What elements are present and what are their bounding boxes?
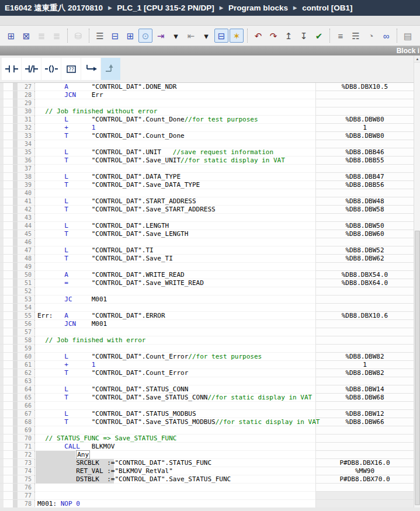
code-text[interactable]: JCN Err xyxy=(35,91,315,99)
code-text[interactable]: L "CONTROL_DAT".DATA_TYPE xyxy=(35,173,315,181)
code-text[interactable]: A "CONTROL_DAT".DONE_NDR xyxy=(35,83,315,91)
compile-icon[interactable]: ✔ xyxy=(312,29,326,43)
code-text[interactable]: L "CONTROL_DAT".STATUS_MODBUS xyxy=(35,410,315,418)
download-snapshot-icon[interactable]: ↧ xyxy=(297,29,311,43)
code-text[interactable]: M001: NOP 0 xyxy=(35,500,315,508)
breadcrumb-program-blocks[interactable]: Program blocks xyxy=(228,4,288,12)
breadcrumb-block[interactable]: control [OB1] xyxy=(302,4,352,12)
code-text[interactable]: SRCBLK :="CONTROL_DAT".STATUS_FUNC xyxy=(35,459,315,467)
code-text[interactable]: CALL BLKMOV xyxy=(35,443,315,451)
code-text[interactable] xyxy=(35,402,315,410)
open-branch-icon[interactable] xyxy=(81,58,100,80)
code-line: 59 xyxy=(0,345,414,353)
monitoring-icon[interactable]: ∞ xyxy=(379,29,393,43)
insert-block-icon[interactable]: ⇥ xyxy=(154,29,168,43)
call-structure-icon[interactable]: ◔ xyxy=(364,29,378,43)
code-text[interactable]: // STATUS_FUNC => Save_STATUS_FUNC xyxy=(35,434,315,443)
scrollbar-thumb[interactable] xyxy=(415,231,420,505)
code-text[interactable] xyxy=(35,377,315,385)
code-text[interactable]: T "CONTROL_DAT".Count_Error xyxy=(35,369,315,377)
code-text[interactable]: L "CONTROL_DAT".LENGTH xyxy=(35,222,315,230)
code-text[interactable]: T "CONTROL_DAT".Save_STATUS_MODBUS//for … xyxy=(35,418,315,426)
code-text[interactable]: T "CONTROL_DAT".Save_START_ADDRESS xyxy=(35,206,315,214)
operand xyxy=(37,132,64,140)
insert-segment-icon[interactable]: ⇤ xyxy=(184,29,198,43)
code-text[interactable] xyxy=(35,189,315,197)
code-text[interactable]: T "CONTROL_DAT".Save_UNIT//for static di… xyxy=(35,157,315,165)
code-text[interactable]: Err: A "CONTROL_DAT".ERROR xyxy=(35,312,315,320)
code-text[interactable]: L "CONTROL_DAT".Count_Error//for test pu… xyxy=(35,353,315,361)
insert-segment-dropdown-icon[interactable]: ▾ xyxy=(199,29,213,43)
collapse-statements-icon[interactable]: ☴ xyxy=(349,29,363,43)
empty-box-icon[interactable]: ?? xyxy=(61,58,81,80)
network-overview-icon[interactable]: ☰ xyxy=(93,29,107,43)
absolute-address xyxy=(315,336,414,345)
code-text[interactable]: L "CONTROL_DAT".TI xyxy=(35,246,315,255)
code-text[interactable] xyxy=(35,165,315,173)
code-text[interactable]: T "CONTROL_DAT".Save_LENGTH xyxy=(35,230,315,238)
network-comments-icon[interactable]: ⊙ xyxy=(138,29,152,43)
code-text[interactable]: + 1 xyxy=(35,361,315,369)
favorites-toggle-icon[interactable]: ✶ xyxy=(230,29,244,43)
line-number: 57 xyxy=(0,328,35,336)
code-text[interactable]: + 1 xyxy=(35,124,315,132)
code-text[interactable]: RET_VAL :="BLKMOV_RetVal" xyxy=(35,467,315,475)
code-text[interactable] xyxy=(35,140,315,148)
code-text[interactable]: // Job finished without error xyxy=(35,107,315,116)
instruction: L xyxy=(64,385,91,393)
no-contact-icon[interactable] xyxy=(2,58,21,80)
code-text[interactable]: T "CONTROL_DAT".Save_STATUS_CONN//for st… xyxy=(35,394,315,402)
delete-network-icon[interactable]: ⊠ xyxy=(19,29,33,43)
upload-snapshot-icon[interactable]: ↥ xyxy=(282,29,296,43)
code-text[interactable]: L "CONTROL_DAT".Count_Done//for test pur… xyxy=(35,116,315,124)
code-text[interactable]: JCN M001 xyxy=(35,320,315,328)
coil-icon[interactable] xyxy=(41,58,61,80)
breadcrumb-plc[interactable]: PLC_1 [CPU 315-2 PN/DP] xyxy=(117,4,214,12)
code-text[interactable]: A "CONTROL_DAT".WRITE_READ xyxy=(35,271,315,279)
expand-statements-icon[interactable]: ≡ xyxy=(334,29,348,43)
nc-contact-icon[interactable] xyxy=(22,58,41,80)
code-text[interactable] xyxy=(35,214,315,222)
undo-icon[interactable]: ↶ xyxy=(251,29,265,43)
scroll-up-icon[interactable]: ▲ xyxy=(414,55,420,62)
absolute-address xyxy=(315,263,414,271)
any-pointer-field[interactable]: Any xyxy=(76,450,90,459)
insert-block-dropdown-icon[interactable]: ▾ xyxy=(169,29,183,43)
block-interface-bar[interactable]: Block i xyxy=(0,46,420,55)
operand: Err xyxy=(92,91,103,99)
editor-settings-icon[interactable]: ▤ xyxy=(401,29,415,43)
code-line: 27 A "CONTROL_DAT".DONE_NDR%DB8.DBX10.5 xyxy=(0,83,414,91)
toolbar-separator xyxy=(329,29,330,43)
code-text[interactable]: T "CONTROL_DAT".Save_DATA_TYPE xyxy=(35,181,315,189)
code-text[interactable]: T "CONTROL_DAT".Save_TI xyxy=(35,255,315,263)
close-branch-icon[interactable] xyxy=(101,58,120,80)
code-text[interactable] xyxy=(35,238,315,246)
code-text[interactable]: = "CONTROL_DAT".Save_WRITE_READ xyxy=(35,279,315,287)
code-text[interactable] xyxy=(35,263,315,271)
freeform-comment-icon[interactable]: ⊟ xyxy=(214,29,228,43)
operand: SRCBLK := xyxy=(76,459,114,467)
code-text[interactable]: T "CONTROL_DAT".Count_Done xyxy=(35,132,315,140)
code-text[interactable] xyxy=(35,304,315,312)
absolute-address: %DB8.DBX10.6 xyxy=(315,312,414,320)
open-all-networks-icon[interactable]: ⊟ xyxy=(108,29,122,43)
code-text[interactable]: L "CONTROL_DAT".STATUS_CONN xyxy=(35,385,315,394)
code-text[interactable] xyxy=(35,484,315,492)
code-text[interactable] xyxy=(35,345,315,353)
code-text[interactable]: Any xyxy=(35,451,315,459)
close-all-networks-icon[interactable]: ⊞ xyxy=(123,29,137,43)
vertical-scrollbar[interactable]: ▲ xyxy=(414,55,420,511)
code-text[interactable]: // Job finished with error xyxy=(35,336,315,345)
code-text[interactable]: JC M001 xyxy=(35,296,315,304)
code-text[interactable] xyxy=(35,287,315,296)
redo-icon[interactable]: ↷ xyxy=(266,29,280,43)
code-text[interactable]: L "CONTROL_DAT".UNIT //save request info… xyxy=(35,148,315,157)
code-text[interactable] xyxy=(35,492,315,500)
breadcrumb-project[interactable]: E16042 遠東重八 20170810 xyxy=(5,3,103,13)
code-text[interactable] xyxy=(35,426,315,434)
code-text[interactable] xyxy=(35,99,315,107)
insert-network-icon[interactable]: ⊞ xyxy=(4,29,18,43)
code-text[interactable]: DSTBLK :="CONTROL_DAT".Save_STATUS_FUNC xyxy=(35,475,315,484)
code-text[interactable]: L "CONTROL_DAT".START_ADDRESS xyxy=(35,197,315,206)
code-text[interactable] xyxy=(35,328,315,336)
